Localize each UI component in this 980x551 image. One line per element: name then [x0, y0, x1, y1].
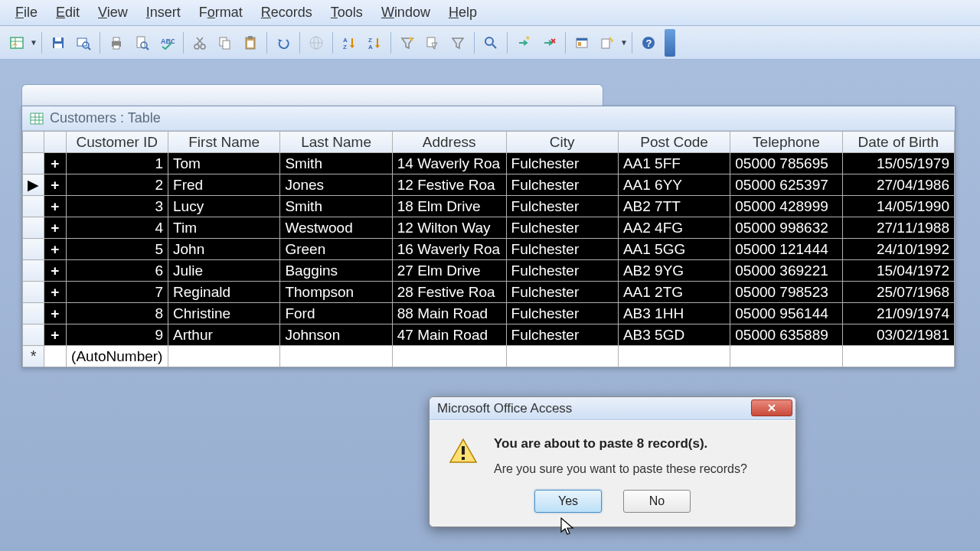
table-row[interactable]: +7ReginaldThompson28 Festive RoaFulchest… [23, 282, 955, 303]
view-dropdown-arrow[interactable]: ▼ [30, 38, 38, 47]
filter-selection-button[interactable] [395, 31, 420, 55]
filter-form-button[interactable] [420, 31, 445, 55]
table-row[interactable]: +4TimWestwood12 Wilton WayFulchesterAA2 … [23, 217, 955, 239]
cell[interactable]: Fulchester [506, 282, 618, 303]
cell[interactable] [730, 346, 842, 367]
expand-toggle[interactable]: + [44, 196, 66, 217]
cell[interactable]: Baggins [280, 260, 392, 282]
copy-button[interactable] [213, 31, 237, 55]
expand-toggle[interactable]: + [44, 282, 66, 303]
cell[interactable]: 24/10/1992 [842, 239, 954, 260]
expand-toggle[interactable]: + [44, 217, 66, 239]
expand-toggle[interactable]: + [44, 260, 66, 282]
cell[interactable]: Julie [168, 260, 280, 282]
row-selector[interactable] [23, 239, 44, 260]
table-row[interactable]: +3LucySmith18 Elm DriveFulchesterAB2 7TT… [23, 196, 955, 217]
column-header[interactable]: Post Code [618, 132, 730, 153]
table-row[interactable]: +5JohnGreen16 Waverly RoaFulchesterAA1 5… [23, 239, 955, 260]
column-header[interactable]: First Name [168, 132, 280, 153]
cell[interactable]: 1 [66, 153, 168, 174]
cell[interactable]: Ford [280, 303, 392, 324]
database-window-button[interactable] [570, 31, 594, 55]
column-header[interactable]: Last Name [280, 132, 392, 153]
cell[interactable]: Reginald [168, 282, 280, 303]
new-record-row[interactable]: *(AutoNumber) [23, 346, 955, 367]
row-selector[interactable] [23, 153, 44, 174]
cell[interactable]: 03/02/1981 [842, 324, 954, 346]
cell[interactable]: AA1 5FF [618, 153, 730, 174]
menu-records[interactable]: Records [252, 2, 322, 24]
cell[interactable]: John [168, 239, 280, 260]
cell[interactable]: 05000 635889 [730, 324, 842, 346]
row-selector[interactable] [23, 260, 44, 282]
cell[interactable]: 9 [66, 324, 168, 346]
cell[interactable]: Fulchester [506, 217, 618, 239]
cell[interactable]: 8 [66, 303, 168, 324]
cell[interactable]: AA1 6YY [618, 174, 730, 196]
select-all-corner[interactable] [23, 132, 44, 153]
print-button[interactable] [104, 31, 129, 55]
cell[interactable]: Christine [168, 303, 280, 324]
find-button[interactable] [479, 31, 503, 55]
cell[interactable]: 05000 785695 [730, 153, 842, 174]
cell[interactable] [842, 346, 954, 367]
cell[interactable]: AB2 7TT [618, 196, 730, 217]
sort-asc-button[interactable]: AZ [337, 31, 361, 55]
dialog-titlebar[interactable]: Microsoft Office Access [430, 397, 795, 420]
cell[interactable]: 88 Main Road [392, 303, 506, 324]
cell[interactable] [506, 346, 618, 367]
cut-button[interactable] [188, 31, 212, 55]
row-selector[interactable]: * [23, 346, 44, 367]
cell[interactable] [280, 346, 392, 367]
cell[interactable]: Johnson [280, 324, 392, 346]
row-selector[interactable] [23, 217, 44, 239]
cell[interactable]: 05000 369221 [730, 260, 842, 282]
cell[interactable]: Fulchester [506, 260, 618, 282]
view-button[interactable] [5, 31, 29, 55]
expand-toggle[interactable]: + [44, 153, 66, 174]
row-selector[interactable] [23, 303, 44, 324]
menu-window[interactable]: Window [372, 2, 439, 24]
new-record-button[interactable]: * [511, 31, 536, 55]
cell[interactable]: Westwood [280, 217, 392, 239]
menu-insert[interactable]: Insert [137, 2, 190, 24]
cell[interactable]: Smith [280, 153, 392, 174]
delete-record-button[interactable] [537, 31, 561, 55]
cell[interactable]: 27 Elm Drive [392, 260, 506, 282]
cell[interactable]: 3 [66, 196, 168, 217]
cell[interactable]: 05000 121444 [730, 239, 842, 260]
cell[interactable]: AB2 9YG [618, 260, 730, 282]
print-preview-button[interactable] [129, 31, 154, 55]
cell[interactable] [168, 346, 280, 367]
cell[interactable]: Jones [280, 174, 392, 196]
cell[interactable]: Tim [168, 217, 280, 239]
yes-button[interactable]: Yes [534, 490, 602, 513]
toggle-filter-button[interactable] [446, 31, 470, 55]
cell[interactable]: 16 Waverly Roa [392, 239, 506, 260]
cell[interactable]: AA2 4FG [618, 217, 730, 239]
cell[interactable]: 7 [66, 282, 168, 303]
row-selector[interactable] [23, 324, 44, 346]
cell[interactable]: 27/04/1986 [842, 174, 954, 196]
cell[interactable]: 5 [66, 239, 168, 260]
expand-toggle[interactable]: + [44, 303, 66, 324]
menu-format[interactable]: Format [190, 2, 252, 24]
cell[interactable]: 15/04/1972 [842, 260, 954, 282]
no-button[interactable]: No [623, 490, 691, 513]
table-row[interactable]: +6JulieBaggins27 Elm DriveFulchesterAB2 … [23, 260, 955, 282]
menu-file[interactable]: File [6, 2, 47, 24]
cell[interactable]: AA1 2TG [618, 282, 730, 303]
cell[interactable]: 05000 998632 [730, 217, 842, 239]
cell[interactable]: 05000 956144 [730, 303, 842, 324]
table-row[interactable]: ▶+2FredJones12 Festive RoaFulchesterAA1 … [23, 174, 955, 196]
table-row[interactable]: +9ArthurJohnson47 Main RoadFulchesterAB3… [23, 324, 955, 346]
column-header[interactable]: Telephone [730, 132, 842, 153]
cell[interactable]: AB3 5GD [618, 324, 730, 346]
cell[interactable]: 6 [66, 260, 168, 282]
cell[interactable]: Fulchester [506, 303, 618, 324]
cell[interactable]: 05000 798523 [730, 282, 842, 303]
sort-desc-button[interactable]: ZA [362, 31, 387, 55]
cell[interactable]: Smith [280, 196, 392, 217]
cell[interactable]: 14 Waverly Roa [392, 153, 506, 174]
paste-button[interactable] [238, 31, 263, 55]
